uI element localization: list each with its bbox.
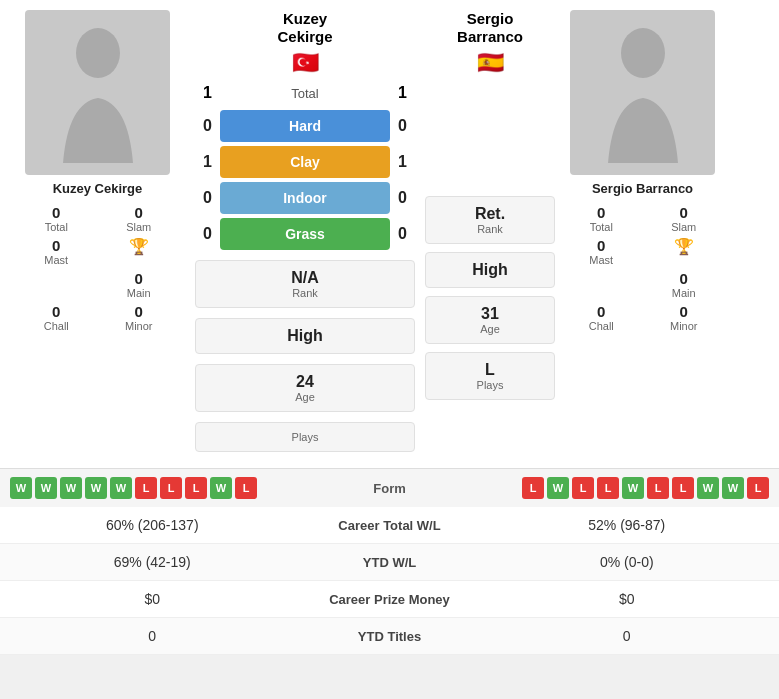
left-player-stats: 0 Total 0 Slam 0 Mast 🏆 0 Main: [10, 204, 185, 332]
left-trophy-icon: 🏆: [103, 237, 176, 266]
stats-center-0: Career Total W/L: [290, 518, 490, 533]
stats-center-2: Career Prize Money: [290, 592, 490, 607]
stats-right-3: 0: [490, 628, 765, 644]
left-player-silhouette: [48, 23, 148, 163]
right-form-badges: LWLLWLLWWL: [440, 477, 770, 499]
right-player-silhouette: [593, 23, 693, 163]
stats-center-1: YTD W/L: [290, 555, 490, 570]
right-player-name: Sergio Barranco: [592, 181, 693, 196]
stats-left-3: 0: [15, 628, 290, 644]
left-age-box: 24 Age: [195, 364, 415, 412]
form-badge-w: W: [85, 477, 107, 499]
right-trophy-icon: 🏆: [648, 237, 721, 266]
stats-row-0: 60% (206-137) Career Total W/L 52% (96-8…: [0, 507, 779, 544]
left-stat-total: 0 Total: [20, 204, 93, 233]
grass-btn[interactable]: Grass: [220, 218, 390, 250]
left-player-col: Kuzey Cekirge 0 Total 0 Slam 0 Mast 🏆: [10, 10, 185, 458]
stats-right-1: 0% (0-0): [490, 554, 765, 570]
stats-row-1: 69% (42-19) YTD W/L 0% (0-0): [0, 544, 779, 581]
right-plays-box: L Plays: [425, 352, 555, 400]
form-badge-l: L: [572, 477, 594, 499]
form-badge-w: W: [547, 477, 569, 499]
right-age-box: 31 Age: [425, 296, 555, 344]
form-section: WWWWWLLLWL Form LWLLWLLWWL: [0, 468, 779, 507]
surface-row-clay: 1 Clay 1: [195, 146, 415, 178]
svg-point-0: [76, 28, 120, 78]
right-stat-minor: 0 Minor: [648, 303, 721, 332]
left-stat-main: 0 Main: [103, 270, 176, 299]
form-badge-l: L: [135, 477, 157, 499]
stats-right-2: $0: [490, 591, 765, 607]
center-col: Kuzey Cekirge 🇹🇷 1 Total 1 0 Hard 0 1 Cl…: [185, 10, 425, 458]
left-form-badges: WWWWWLLLWL: [10, 477, 340, 499]
right-stat-main: 0 Main: [648, 270, 721, 299]
form-badge-w: W: [35, 477, 57, 499]
form-badge-l: L: [647, 477, 669, 499]
bottom-stats: 60% (206-137) Career Total W/L 52% (96-8…: [0, 507, 779, 655]
form-badge-w: W: [110, 477, 132, 499]
form-badge-w: W: [722, 477, 744, 499]
left-rank-box: N/A Rank: [195, 260, 415, 308]
form-badge-l: L: [185, 477, 207, 499]
stats-row-2: $0 Career Prize Money $0: [0, 581, 779, 618]
header-area: Kuzey Cekirge 0 Total 0 Slam 0 Mast 🏆: [0, 0, 779, 468]
total-row: 1 Total 1: [195, 84, 415, 102]
left-stat-minor: 0 Minor: [103, 303, 176, 332]
hard-btn[interactable]: Hard: [220, 110, 390, 142]
left-flag: 🇹🇷: [292, 50, 319, 76]
form-badge-l: L: [672, 477, 694, 499]
left-stat-chall: 0 Chall: [20, 303, 93, 332]
left-player-avatar: [25, 10, 170, 175]
form-badge-w: W: [60, 477, 82, 499]
form-badge-l: L: [747, 477, 769, 499]
right-stats-col: Sergio Barranco 🇪🇸 Ret. Rank High 31 Age…: [425, 10, 555, 458]
right-flag: 🇪🇸: [477, 50, 504, 76]
right-stat-chall: 0 Chall: [565, 303, 638, 332]
stats-left-1: 69% (42-19): [15, 554, 290, 570]
left-header-name: Kuzey Cekirge: [277, 10, 332, 46]
form-badge-w: W: [10, 477, 32, 499]
stats-left-2: $0: [15, 591, 290, 607]
right-player-stats: 0 Total 0 Slam 0 Mast 🏆 0 Main: [555, 204, 730, 332]
right-stat-total: 0 Total: [565, 204, 638, 233]
right-stat-slam: 0 Slam: [648, 204, 721, 233]
form-badge-w: W: [697, 477, 719, 499]
right-header-name: Sergio Barranco: [457, 10, 523, 46]
form-badge-l: L: [160, 477, 182, 499]
stats-right-0: 52% (96-87): [490, 517, 765, 533]
right-player-avatar: [570, 10, 715, 175]
left-player-name: Kuzey Cekirge: [53, 181, 143, 196]
left-high-box: High: [195, 318, 415, 354]
right-player-col: Sergio Barranco 0 Total 0 Slam 0 Mast 🏆: [555, 10, 730, 458]
left-stat-slam: 0 Slam: [103, 204, 176, 233]
left-stat-mast: 0 Mast: [20, 237, 93, 266]
indoor-btn[interactable]: Indoor: [220, 182, 390, 214]
right-high-box: High: [425, 252, 555, 288]
form-badge-l: L: [522, 477, 544, 499]
form-badge-l: L: [597, 477, 619, 499]
stats-center-3: YTD Titles: [290, 629, 490, 644]
stats-left-0: 60% (206-137): [15, 517, 290, 533]
form-badge-w: W: [210, 477, 232, 499]
form-badge-l: L: [235, 477, 257, 499]
right-rank-box: Ret. Rank: [425, 196, 555, 244]
surface-row-hard: 0 Hard 0: [195, 110, 415, 142]
clay-btn[interactable]: Clay: [220, 146, 390, 178]
svg-point-1: [621, 28, 665, 78]
surface-row-indoor: 0 Indoor 0: [195, 182, 415, 214]
right-stat-mast: 0 Mast: [565, 237, 638, 266]
form-label: Form: [340, 481, 440, 496]
surface-row-grass: 0 Grass 0: [195, 218, 415, 250]
main-container: Kuzey Cekirge 0 Total 0 Slam 0 Mast 🏆: [0, 0, 779, 655]
form-badge-w: W: [622, 477, 644, 499]
stats-row-3: 0 YTD Titles 0: [0, 618, 779, 655]
left-plays-box: Plays: [195, 422, 415, 452]
